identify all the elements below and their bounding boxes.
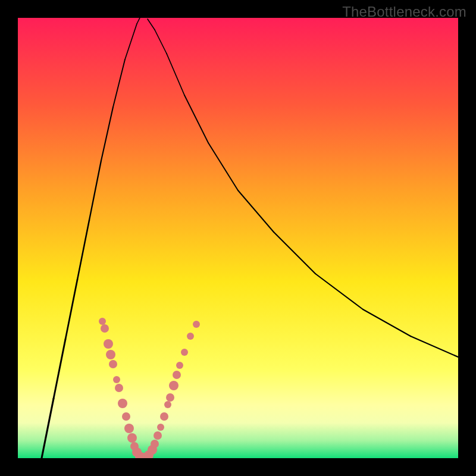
right-curve-segment [167, 54, 184, 95]
left-curve-segment [137, 18, 140, 24]
sample-dot-left [106, 350, 115, 359]
sample-dot-right [181, 349, 188, 356]
left-curve-segment [113, 60, 125, 107]
left-curve-segment [77, 220, 89, 280]
sample-dot-left [118, 399, 127, 408]
right-curve-segment [411, 336, 458, 357]
sample-dot-right [169, 381, 178, 390]
sample-dot-right [166, 393, 174, 402]
right-curve-segment [274, 232, 315, 274]
sample-dot-right [160, 412, 168, 421]
sample-dot-left [124, 424, 134, 433]
sample-dot-right [187, 333, 194, 340]
left-curve-segment [89, 161, 101, 220]
right-curve-segment [155, 30, 167, 54]
sample-dot-left [101, 324, 109, 333]
sample-dot-right [173, 371, 181, 379]
watermark-text: TheBottleneck.com [342, 4, 466, 20]
plot-area [18, 18, 458, 458]
chart-frame: TheBottleneck.com [0, 0, 476, 476]
left-curve-segment [125, 24, 137, 60]
curves-svg [18, 18, 458, 458]
sample-dot-left [113, 376, 120, 383]
sample-dot-left [115, 384, 123, 392]
sample-dot-right [154, 431, 162, 440]
left-curve-segment [54, 339, 65, 399]
sample-dot-left [104, 339, 113, 349]
right-curve-segment [238, 190, 274, 232]
sample-dot-left [127, 433, 137, 443]
right-curve-segment [315, 274, 363, 309]
sample-dot-left [109, 360, 117, 368]
sample-dot-right [193, 321, 200, 328]
right-curve-segment [208, 143, 238, 190]
left-curve-segment [42, 399, 54, 458]
sample-dot-left [99, 318, 106, 325]
left-curve-segment [101, 107, 113, 161]
right-curve-segment [363, 309, 411, 336]
sample-dot-left [122, 412, 130, 421]
left-curve-segment [65, 280, 77, 339]
sample-dot-right [157, 424, 164, 431]
right-curve-segment [148, 19, 155, 30]
sample-dot-right [164, 401, 171, 408]
sample-dot-right [176, 362, 183, 369]
sample-dot-right [151, 440, 159, 448]
right-curve-segment [184, 95, 208, 143]
